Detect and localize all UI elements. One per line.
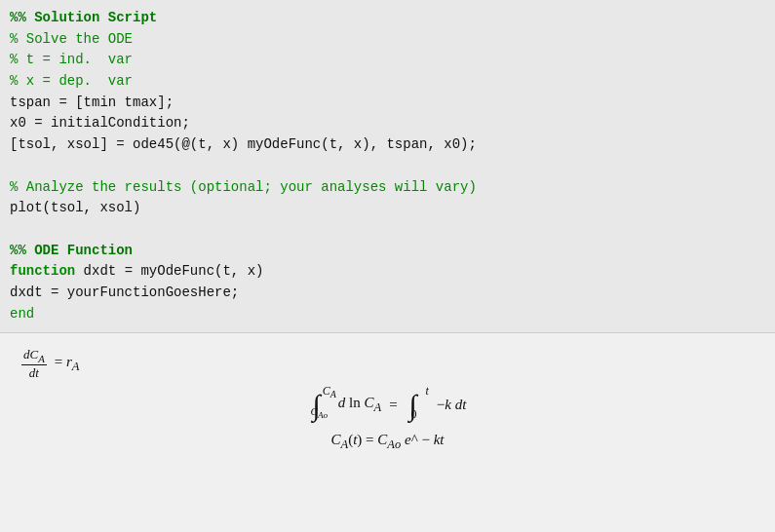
rhs-integrand: −k dt — [437, 397, 467, 413]
solution-equation: CA(t) = CAo e^ − kt — [331, 432, 445, 452]
code-line-5: x0 = initialCondition; — [10, 113, 765, 134]
lhs-integrand: d ln CA — [338, 395, 381, 415]
ode-equals: = rA — [55, 354, 80, 374]
ode-equation: dCA dt = rA — [19, 347, 756, 381]
code-line-9: function dxdt = myOdeFunc(t, x) — [10, 261, 765, 283]
lhs-integral-wrapper: ∫ CA CAo — [313, 391, 321, 420]
integral-equation: ∫ CA CAo d ln CA = ∫ t 0 −k dt — [309, 391, 467, 420]
integral-section: ∫ CA CAo d ln CA = ∫ t 0 −k dt CA(t) = C… — [19, 391, 756, 460]
code-section: %% Solution Script % Solve the ODE % t =… — [0, 0, 775, 333]
ode-fraction: dCA dt — [19, 347, 49, 381]
code-line-3: % x = dep. var — [10, 71, 765, 93]
math-section: dCA dt = rA ∫ CA CAo d ln CA = ∫ t 0 — [0, 333, 775, 479]
code-line-7: % Analyze the results (optional; your an… — [10, 177, 765, 199]
code-ode-header: %% ODE Function — [10, 241, 765, 262]
code-title: %% Solution Script — [10, 8, 765, 29]
code-line-4: tspan = [tmin tmax]; — [10, 93, 765, 114]
code-line-8: plot(tsol, xsol) — [10, 198, 765, 219]
code-line-1: % Solve the ODE — [10, 29, 765, 51]
rhs-integral-wrapper: ∫ t 0 — [409, 391, 417, 420]
code-line-2: % t = ind. var — [10, 50, 765, 71]
equals-sign: = — [389, 397, 397, 413]
code-line-6: [tsol, xsol] = ode45(@(t, x) myOdeFunc(t… — [10, 134, 765, 156]
code-line-end: end — [10, 304, 765, 325]
code-line-10: dxdt = yourFunctionGoesHere; — [10, 283, 765, 304]
